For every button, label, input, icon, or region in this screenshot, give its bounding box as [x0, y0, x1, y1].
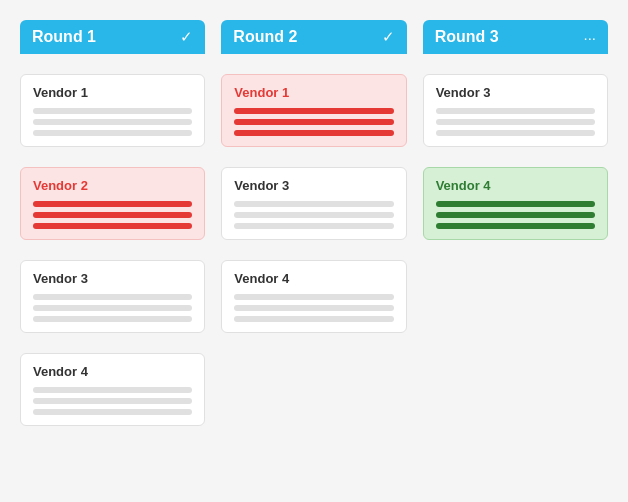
round-round1: Round 1✓Vendor 1Vendor 2Vendor 3Vendor 4 [20, 20, 205, 426]
checkmark-icon: ✓ [382, 28, 395, 46]
round3-cards: Vendor 3Vendor 4 [423, 54, 608, 240]
round-round3: Round 3···Vendor 3Vendor 4 [423, 20, 608, 240]
bar-line-3 [234, 316, 393, 322]
round1-header[interactable]: Round 1✓ [20, 20, 205, 54]
bar-line-3 [234, 223, 393, 229]
bar-line-1 [33, 294, 192, 300]
bar-line-2 [33, 398, 192, 404]
bar-line-2 [33, 119, 192, 125]
more-icon: ··· [583, 29, 596, 46]
vendor-card[interactable]: Vendor 3 [221, 167, 406, 240]
vendor-card[interactable]: Vendor 3 [423, 74, 608, 147]
vendor-name: Vendor 2 [33, 178, 192, 193]
round3-title: Round 3 [435, 28, 499, 46]
rounds-container: Round 1✓Vendor 1Vendor 2Vendor 3Vendor 4… [20, 20, 608, 426]
round1-cards: Vendor 1Vendor 2Vendor 3Vendor 4 [20, 54, 205, 426]
bar-line-3 [33, 130, 192, 136]
vendor-card[interactable]: Vendor 2 [20, 167, 205, 240]
bar-line-1 [33, 108, 192, 114]
bar-line-3 [33, 223, 192, 229]
bar-line-1 [234, 294, 393, 300]
bar-line-3 [33, 409, 192, 415]
bar-line-2 [436, 119, 595, 125]
vendor-card[interactable]: Vendor 4 [20, 353, 205, 426]
round-round2: Round 2✓Vendor 1Vendor 3Vendor 4 [221, 20, 406, 333]
round1-title: Round 1 [32, 28, 96, 46]
bar-line-1 [436, 108, 595, 114]
vendor-card[interactable]: Vendor 4 [423, 167, 608, 240]
checkmark-icon: ✓ [180, 28, 193, 46]
vendor-name: Vendor 1 [234, 85, 393, 100]
vendor-name: Vendor 1 [33, 85, 192, 100]
bar-line-1 [436, 201, 595, 207]
bar-line-2 [234, 119, 393, 125]
bar-line-2 [436, 212, 595, 218]
bar-line-2 [234, 212, 393, 218]
vendor-card[interactable]: Vendor 4 [221, 260, 406, 333]
bar-line-2 [33, 305, 192, 311]
bar-line-3 [234, 130, 393, 136]
vendor-name: Vendor 3 [234, 178, 393, 193]
bar-line-2 [234, 305, 393, 311]
round2-cards: Vendor 1Vendor 3Vendor 4 [221, 54, 406, 333]
round3-header[interactable]: Round 3··· [423, 20, 608, 54]
bar-line-2 [33, 212, 192, 218]
vendor-name: Vendor 4 [33, 364, 192, 379]
bar-line-3 [436, 130, 595, 136]
vendor-card[interactable]: Vendor 3 [20, 260, 205, 333]
vendor-name: Vendor 3 [436, 85, 595, 100]
bar-line-1 [234, 201, 393, 207]
round2-title: Round 2 [233, 28, 297, 46]
round2-header[interactable]: Round 2✓ [221, 20, 406, 54]
vendor-name: Vendor 3 [33, 271, 192, 286]
vendor-name: Vendor 4 [234, 271, 393, 286]
vendor-card[interactable]: Vendor 1 [221, 74, 406, 147]
bar-line-1 [234, 108, 393, 114]
vendor-card[interactable]: Vendor 1 [20, 74, 205, 147]
bar-line-1 [33, 387, 192, 393]
bar-line-3 [33, 316, 192, 322]
bar-line-1 [33, 201, 192, 207]
vendor-name: Vendor 4 [436, 178, 595, 193]
bar-line-3 [436, 223, 595, 229]
